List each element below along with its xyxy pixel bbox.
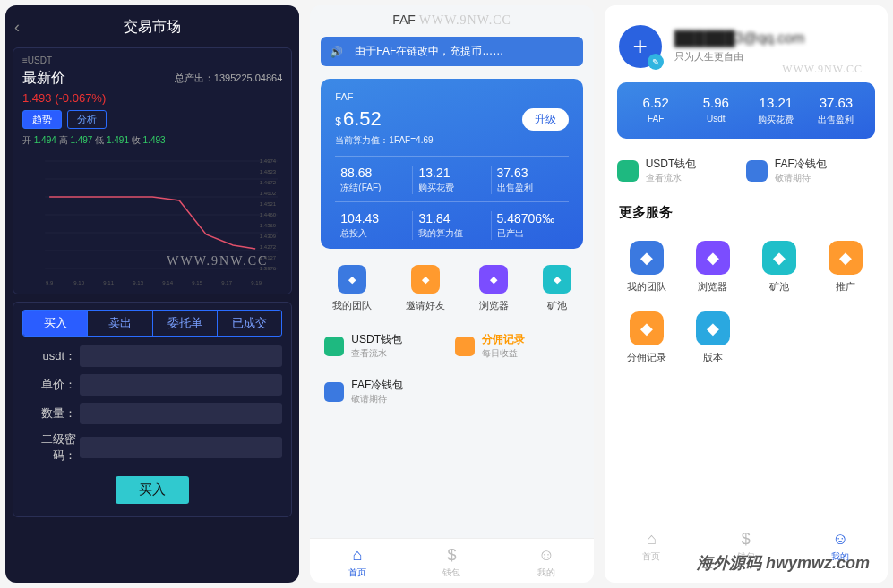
order-tab-3[interactable]: 已成交 [218, 311, 281, 336]
service-icon: ◆ [630, 311, 664, 345]
nav-我的[interactable]: ☺我的 [794, 530, 888, 563]
chart-mode-segment: 趋势 分析 [22, 110, 282, 129]
svg-text:9.15: 9.15 [192, 280, 202, 285]
bottom-nav: ⌂首页$钱包☺我的 [310, 538, 593, 583]
stats-row-1: 88.68冻结(FAF)13.21购买花费37.63出售盈利 [335, 156, 568, 194]
svg-text:1.4309: 1.4309 [260, 234, 277, 239]
shortcut-我的团队[interactable]: ◆我的团队 [332, 265, 372, 312]
order-panel: 买入卖出委托单已成交 usdt： 单价： 数量： 二级密码： 买入 [13, 302, 292, 517]
service-我的团队[interactable]: ◆我的团队 [614, 232, 680, 303]
trading-screen: ‹ 交易市场 ≡USDT 最新价 总产出：1395225.04864 1.493… [5, 5, 299, 583]
wallet-icon [746, 160, 768, 182]
avatar-add-button[interactable]: + ✎ [619, 25, 662, 68]
notice-bar[interactable]: 🔊 由于FAF在链改中，充提币…… [321, 37, 582, 66]
edit-icon[interactable]: ✎ [648, 54, 664, 70]
service-矿池[interactable]: ◆矿池 [746, 232, 812, 303]
wallet-item[interactable]: FAF冷钱包敬请期待 [746, 157, 875, 184]
user-email: ██████3@qq.com [674, 30, 805, 47]
wallet-item[interactable]: USDT钱包查看流水 [617, 157, 746, 184]
nav-icon: $ [699, 530, 793, 549]
header: ‹ 交易市场 [11, 11, 294, 44]
order-tab-2[interactable]: 委托单 [153, 311, 218, 336]
page-title: 交易市场 [32, 18, 290, 37]
service-推广[interactable]: ◆推广 [812, 232, 879, 303]
stat: 37.63出售盈利 [492, 166, 569, 194]
svg-text:9.13: 9.13 [133, 280, 143, 285]
shortcut-icon: ◆ [479, 265, 508, 294]
back-icon[interactable]: ‹ [14, 18, 32, 37]
wallet-list: USDT钱包查看流水分佣记录每日收益FAF冷钱包敬请期待 [310, 323, 593, 414]
svg-text:1.3976: 1.3976 [260, 266, 277, 271]
qty-input[interactable] [80, 403, 282, 424]
nav-icon: ☺ [794, 530, 888, 549]
stat: 88.68冻结(FAF) [335, 166, 413, 194]
total-output: 总产出：1395225.04864 [175, 72, 282, 85]
home-screen: FAF WWW.9NW.CC 🔊 由于FAF在链改中，充提币…… FAF $6.… [310, 5, 593, 583]
wallet-item[interactable]: USDT钱包查看流水 [321, 323, 451, 369]
trend-button[interactable]: 趋势 [22, 110, 62, 129]
nav-钱包[interactable]: $钱包 [699, 530, 793, 563]
svg-text:9.9: 9.9 [46, 280, 54, 285]
shortcut-icon: ◆ [543, 265, 571, 294]
buy-button[interactable]: 买入 [116, 476, 189, 504]
coin-label: FAF [335, 91, 568, 102]
service-icon: ◆ [762, 241, 796, 275]
order-tab-1[interactable]: 卖出 [88, 311, 152, 336]
header-title: FAF WWW.9NW.CC [310, 5, 593, 28]
svg-text:1.4974: 1.4974 [260, 158, 277, 164]
svg-text:1.4127: 1.4127 [260, 255, 277, 260]
bottom-nav: ⌂首页$钱包☺我的 [605, 521, 888, 583]
stat: 13.21购买花费 [413, 166, 491, 194]
balance-card: WWW.9NW.CC 6.52FAF5.96Usdt13.21购买花费37.63… [617, 82, 875, 139]
service-版本[interactable]: ◆版本 [680, 303, 746, 373]
wallet-icon [324, 337, 344, 356]
shortcut-邀请好友[interactable]: ◆邀请好友 [406, 265, 445, 312]
price-label: 单价： [22, 377, 76, 393]
nav-首页[interactable]: ⌂首页 [605, 530, 699, 563]
price-value: 1.493 (-0.067%) [22, 91, 282, 105]
service-分佣记录[interactable]: ◆分佣记录 [614, 303, 680, 373]
wallet-icon [455, 337, 475, 356]
svg-text:9.19: 9.19 [251, 280, 262, 285]
price-chart[interactable]: 1.49741.48231.46721.46021.45211.44601.43… [22, 152, 282, 286]
price-panel: ≡USDT 最新价 总产出：1395225.04864 1.493 (-0.06… [13, 47, 292, 294]
usdt-label: usdt： [22, 348, 76, 364]
svg-text:1.4602: 1.4602 [260, 191, 277, 196]
service-grid: ◆我的团队◆浏览器◆矿池◆推广◆分佣记录◆版本 [605, 226, 888, 379]
service-icon: ◆ [829, 241, 863, 275]
balance-col: 5.96Usdt [686, 95, 746, 126]
wallet-item[interactable]: 分佣记录每日收益 [451, 323, 582, 369]
pwd-input[interactable] [80, 437, 282, 458]
service-浏览器[interactable]: ◆浏览器 [680, 232, 746, 303]
price-input[interactable] [80, 374, 282, 396]
upgrade-button[interactable]: 升级 [522, 108, 569, 131]
nav-icon: ⌂ [605, 530, 699, 549]
nav-我的[interactable]: ☺我的 [499, 546, 593, 579]
service-icon: ◆ [696, 311, 730, 345]
shortcut-浏览器[interactable]: ◆浏览器 [479, 265, 509, 312]
usdt-input[interactable] [80, 345, 282, 367]
user-motto: 只为人生更自由 [674, 50, 805, 64]
balance-col: 37.63出售盈利 [806, 95, 866, 126]
wallet-item[interactable]: FAF冷钱包敬请期待 [321, 369, 451, 414]
analyze-button[interactable]: 分析 [67, 110, 107, 129]
nav-钱包[interactable]: $钱包 [405, 546, 499, 579]
stats-row-2: 104.43总投入31.84我的算力值5.48706‰已产出 [335, 201, 568, 240]
service-icon: ◆ [630, 241, 664, 275]
nav-icon: $ [405, 546, 499, 565]
section-title: 更多服务 [605, 197, 888, 226]
shortcut-icon: ◆ [338, 265, 366, 294]
svg-text:1.4369: 1.4369 [260, 223, 277, 228]
svg-text:1.4460: 1.4460 [260, 212, 277, 217]
nav-首页[interactable]: ⌂首页 [310, 546, 404, 579]
shortcut-矿池[interactable]: ◆矿池 [543, 265, 571, 312]
pwd-label: 二级密码： [22, 431, 76, 464]
svg-text:9.17: 9.17 [221, 280, 232, 285]
rate-value: $6.52 [335, 107, 382, 131]
order-tabs: 买入卖出委托单已成交 [22, 310, 282, 337]
stat: 31.84我的算力值 [413, 211, 491, 240]
wallet-row: USDT钱包查看流水FAF冷钱包敬请期待 [605, 151, 888, 197]
order-tab-0[interactable]: 买入 [23, 311, 88, 336]
ohlc-row: 开 1.494 高 1.497 低 1.491 收 1.493 [22, 134, 282, 147]
hash-rate: 当前算力值：1FAF=4.69 [335, 134, 568, 147]
